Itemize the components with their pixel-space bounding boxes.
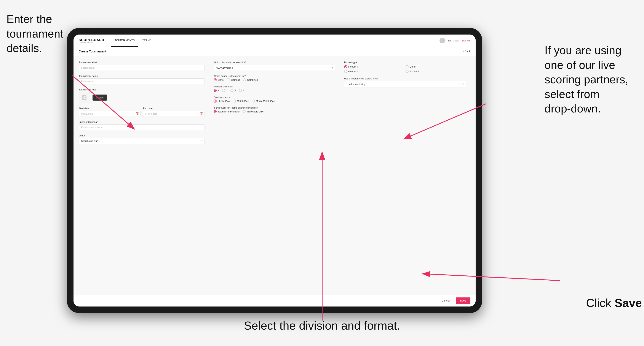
teams-group: Is this event for Teams and/or Individua… bbox=[214, 106, 335, 113]
rounds-radio-1[interactable] bbox=[214, 89, 216, 92]
division-select-wrapper: NCAA Division I bbox=[214, 65, 335, 71]
rounds-radio-2[interactable] bbox=[222, 89, 225, 92]
division-label: Which division is the event for? bbox=[214, 61, 335, 64]
teams-radio-teams[interactable] bbox=[214, 110, 216, 113]
start-date-input[interactable] bbox=[79, 111, 140, 117]
expand-icon[interactable]: ⬡ bbox=[462, 83, 464, 85]
teams-radio-individuals[interactable] bbox=[242, 110, 246, 113]
format-option-6count4[interactable]: 6 count 4 bbox=[344, 69, 405, 73]
format-radio-6count4[interactable] bbox=[344, 70, 347, 73]
end-date-wrapper: 📅 bbox=[143, 111, 205, 117]
calendar-icon: 📅 bbox=[136, 112, 139, 115]
annotation-topright: If you are using one of our live scoring… bbox=[544, 43, 642, 116]
scoring-radio-medal[interactable] bbox=[252, 100, 255, 103]
rounds-label-4: 4 bbox=[243, 89, 244, 92]
scoring-radio-group: Stroke Play Match Play Medal Match Play bbox=[214, 100, 335, 103]
sponsor-label: Sponsor (optional) bbox=[79, 121, 205, 123]
division-select[interactable]: NCAA Division I bbox=[214, 65, 335, 71]
clear-button[interactable]: ✕ bbox=[458, 83, 460, 86]
format-type-group: Format type 5 count 4 Other bbox=[344, 61, 466, 73]
calendar-icon-2: 📅 bbox=[200, 112, 203, 115]
format-label-other: Other bbox=[410, 65, 416, 68]
logo-preview bbox=[79, 92, 90, 103]
rounds-radio-4[interactable] bbox=[239, 89, 242, 92]
start-date-wrapper: 📅 bbox=[79, 111, 140, 117]
breadcrumb-bar: Create Tournament ‹ Back bbox=[74, 47, 476, 56]
rounds-label-3: 3 bbox=[234, 89, 236, 92]
format-label-5count4: 5 count 4 bbox=[348, 65, 358, 68]
clear-controls: ✕ ⬡ bbox=[458, 83, 464, 86]
gender-radio-combined[interactable] bbox=[243, 78, 246, 81]
rounds-option-3[interactable]: 3 bbox=[230, 89, 236, 92]
form-footer: Cancel Save bbox=[74, 295, 476, 307]
logo-upload-area: Upload bbox=[79, 92, 205, 103]
gender-option-womens[interactable]: Womens bbox=[226, 78, 240, 81]
scoring-label: Scoring system bbox=[214, 96, 335, 98]
annotation-bottomcenter: Select the division and format. bbox=[244, 318, 400, 333]
scoring-option-match[interactable]: Match Play bbox=[233, 100, 248, 103]
scoring-radio-match[interactable] bbox=[233, 100, 236, 103]
save-button[interactable]: Save bbox=[456, 297, 470, 304]
scoring-option-stroke[interactable]: Stroke Play bbox=[214, 100, 230, 103]
gender-radio-mens[interactable] bbox=[214, 78, 216, 81]
annotation-topleft: Enter the tournament details. bbox=[6, 12, 89, 56]
tournament-host-label: Tournament Host bbox=[79, 61, 205, 64]
form-area: Tournament Host Tournament name Tourname… bbox=[74, 56, 476, 295]
form-col-1: Tournament Host Tournament name Tourname… bbox=[79, 61, 209, 289]
date-group: Start date 📅 End date 📅 bbox=[79, 107, 205, 117]
gender-label-combined: Combined bbox=[247, 79, 258, 81]
start-date-label: Start date bbox=[79, 107, 140, 110]
tournament-host-input[interactable] bbox=[79, 65, 205, 71]
form-col-2: Which division is the event for? NCAA Di… bbox=[209, 61, 340, 289]
rounds-label: Number of rounds bbox=[214, 85, 335, 88]
back-button[interactable]: ‹ Back bbox=[463, 50, 470, 53]
format-option-other[interactable]: Other bbox=[406, 65, 466, 69]
gender-label-womens: Womens bbox=[231, 79, 240, 81]
gender-option-combined[interactable]: Combined bbox=[243, 78, 258, 81]
teams-label-individuals: Individuals Only bbox=[247, 110, 264, 113]
cancel-button[interactable]: Cancel bbox=[438, 297, 453, 304]
format-radio-5count4[interactable] bbox=[344, 65, 347, 68]
start-date-group: Start date 📅 bbox=[79, 107, 140, 117]
scoring-label-match: Match Play bbox=[237, 100, 248, 102]
rounds-radio-3[interactable] bbox=[230, 89, 234, 92]
tablet-frame: SCOREBOARD Powered by clippi TOURNAMENTS… bbox=[67, 28, 482, 313]
venue-select[interactable]: Search golf club bbox=[79, 138, 205, 144]
rounds-option-4[interactable]: 4 bbox=[239, 89, 244, 92]
rounds-label-1: 1 bbox=[218, 89, 219, 92]
teams-label-teams: Teams (+Individuals) bbox=[218, 110, 240, 113]
teams-option-teams[interactable]: Teams (+Individuals) bbox=[214, 110, 240, 113]
user-label: Test User | bbox=[448, 39, 459, 42]
scoring-radio-stroke[interactable] bbox=[214, 100, 216, 103]
format-option-5count4[interactable]: 5 count 4 bbox=[344, 65, 405, 69]
tournament-name-label: Tournament name bbox=[79, 75, 205, 77]
gender-option-mens[interactable]: Mens bbox=[214, 78, 224, 81]
rounds-radio-group: 1 2 3 4 bbox=[214, 89, 335, 92]
upload-button[interactable]: Upload bbox=[92, 95, 107, 101]
format-type-label: Format type bbox=[344, 61, 466, 64]
nav-tabs: TOURNAMENTS TEAMS bbox=[111, 34, 155, 47]
format-option-6count5[interactable]: 6 count 5 bbox=[406, 69, 466, 73]
sponsor-input[interactable] bbox=[79, 124, 205, 130]
header-right: Test User | Sign out bbox=[440, 38, 470, 43]
nav-tab-teams[interactable]: TEAMS bbox=[139, 34, 155, 47]
format-radio-6count5[interactable] bbox=[406, 70, 408, 73]
scoring-option-medal[interactable]: Medal Match Play bbox=[252, 100, 275, 103]
tournament-name-input[interactable] bbox=[79, 78, 205, 84]
gender-radio-group: Mens Womens Combined bbox=[214, 78, 335, 81]
rounds-option-1[interactable]: 1 bbox=[214, 89, 219, 92]
teams-option-individuals[interactable]: Individuals Only bbox=[242, 110, 264, 113]
gender-label-mens: Mens bbox=[218, 79, 224, 81]
rounds-option-2[interactable]: 2 bbox=[222, 89, 228, 92]
signout-link[interactable]: Sign out bbox=[462, 39, 470, 42]
teams-label: Is this event for Teams and/or Individua… bbox=[214, 106, 335, 109]
end-date-input[interactable] bbox=[143, 111, 205, 117]
format-radio-other[interactable] bbox=[406, 65, 408, 68]
gender-radio-womens[interactable] bbox=[226, 78, 230, 81]
nav-tab-tournaments[interactable]: TOURNAMENTS bbox=[111, 34, 138, 47]
tablet-screen: SCOREBOARD Powered by clippi TOURNAMENTS… bbox=[74, 34, 476, 307]
tournament-host-group: Tournament Host bbox=[79, 61, 205, 71]
live-scoring-select[interactable]: Leaderboard King ✕ ⬡ bbox=[344, 81, 466, 87]
rounds-group: Number of rounds 1 2 bbox=[214, 85, 335, 92]
rounds-label-2: 2 bbox=[226, 89, 228, 92]
